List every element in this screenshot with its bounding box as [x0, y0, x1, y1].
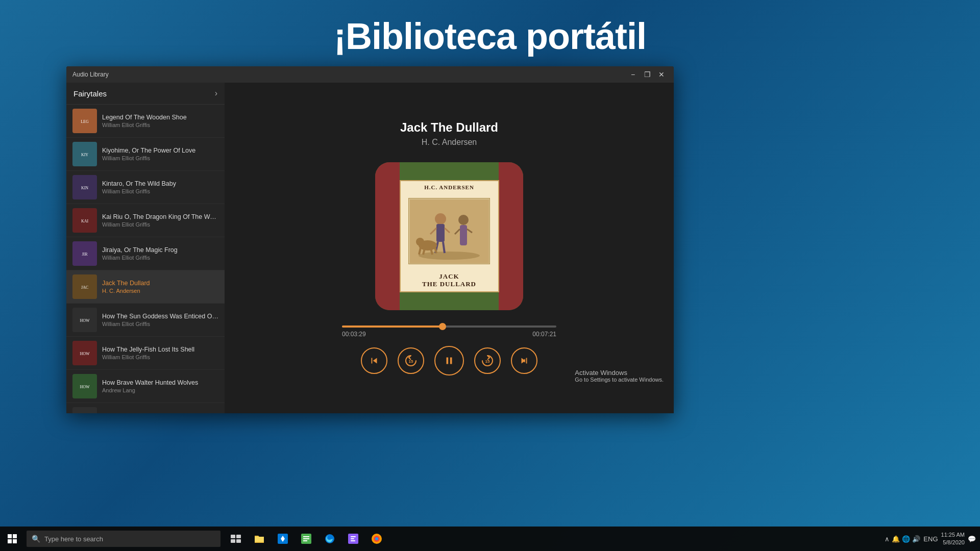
rewind-button[interactable]: 15: [398, 347, 424, 374]
svg-rect-39: [236, 535, 241, 538]
list-item-title: How The Jelly-Fish Lost Its Shell: [102, 346, 218, 353]
taskbar-apps: [225, 528, 388, 550]
close-button[interactable]: ✕: [655, 70, 668, 79]
list-item-info: Legend Of The Wooden ShoeWilliam Elliot …: [102, 114, 218, 128]
album-thumbnail: LEG: [72, 109, 97, 133]
volume-icon[interactable]: 🔊: [912, 535, 920, 543]
list-item-title: How Brave Walter Hunted Wolves: [102, 379, 218, 386]
list-item-author: William Elliot Griffis: [102, 122, 218, 128]
list-item[interactable]: HOWHow The Sun Goddess Was Enticed Out O…: [66, 304, 225, 337]
list-item-author: William Elliot Griffis: [102, 188, 218, 194]
search-placeholder: Type here to search: [44, 535, 103, 543]
list-item-author: William Elliot Griffis: [102, 354, 218, 360]
list-item[interactable]: LEGLegend Of The Wooden ShoeWilliam Elli…: [66, 105, 225, 138]
svg-rect-45: [303, 538, 309, 539]
window-controls: − ❐ ✕: [627, 70, 668, 79]
list-item[interactable]: HOWHow The Jelly-Fish Lost Its ShellWill…: [66, 337, 225, 370]
album-illustration: [408, 198, 490, 264]
taskbar-search[interactable]: 🔍 Type here to search: [27, 531, 220, 547]
track-author: H. C. Andersen: [422, 138, 477, 147]
system-tray: ∧ 🔔 🌐 🔊: [885, 535, 920, 543]
svg-rect-51: [351, 540, 355, 541]
app-title: Audio Library: [72, 71, 109, 78]
svg-point-21: [419, 252, 480, 260]
file-manager-icon[interactable]: [248, 528, 271, 550]
next-button[interactable]: [511, 347, 537, 374]
store-icon[interactable]: [272, 528, 294, 550]
list-item[interactable]: HOWHow Brave Walter Hunted WolvesAndrew …: [66, 370, 225, 403]
start-button[interactable]: [0, 527, 24, 551]
list-item-author: William Elliot Griffis: [102, 221, 218, 228]
search-icon: 🔍: [32, 535, 40, 543]
task-app-icon[interactable]: [342, 528, 364, 550]
sidebar-list: LEGLegend Of The Wooden ShoeWilliam Elli…: [66, 105, 225, 413]
album-thumbnail: KIY: [72, 142, 97, 166]
maximize-button[interactable]: ❐: [641, 70, 653, 79]
current-time: 00:03:29: [342, 331, 366, 338]
svg-rect-44: [303, 536, 309, 537]
svg-point-26: [435, 213, 446, 224]
activate-windows-title: Activate Windows: [575, 369, 664, 377]
svg-rect-46: [303, 540, 307, 541]
svg-rect-18: [72, 407, 97, 413]
notification-center-icon[interactable]: 💬: [968, 535, 976, 543]
player-area: Jack The Dullard H. C. Andersen H.C. AND…: [225, 83, 674, 413]
clock[interactable]: 11:25 AM 5/8/2020: [941, 531, 965, 547]
tray-chevron-icon[interactable]: ∧: [885, 535, 890, 543]
pause-button[interactable]: [434, 346, 464, 375]
list-item-author: William Elliot Griffis: [102, 321, 218, 327]
windows-logo-icon: [8, 534, 17, 543]
album-thumbnail: JAC: [72, 274, 97, 299]
album-footer-text: JACK THE DULLARD: [422, 272, 476, 288]
edge-browser-icon[interactable]: [318, 528, 341, 550]
list-item-title: Kiyohime, Or The Power Of Love: [102, 147, 218, 154]
track-title: Jack The Dullard: [400, 120, 498, 135]
previous-button[interactable]: [361, 347, 387, 374]
list-item-info: Kintaro, Or The Wild BabyWilliam Elliot …: [102, 180, 218, 194]
list-item[interactable]: JIRJiraiya, Or The Magic FrogWilliam Ell…: [66, 237, 225, 270]
list-item-title: Jack The Dullard: [102, 280, 218, 287]
task-view-button[interactable]: [225, 528, 247, 550]
svg-text:KIN: KIN: [81, 186, 88, 190]
desktop-title: ¡Biblioteca portátil: [0, 0, 980, 57]
list-item-title: Kai Riu O, The Dragon King Of The World …: [102, 213, 218, 220]
app-window: Audio Library − ❐ ✕ Fairytales › LEGLege…: [66, 66, 674, 413]
list-item[interactable]: KINKintaro, Or The Wild BabyWilliam Elli…: [66, 171, 225, 204]
svg-text:HOW: HOW: [80, 318, 90, 323]
forward-button[interactable]: 15: [474, 347, 501, 374]
minimize-button[interactable]: −: [627, 70, 639, 79]
album-thumbnail: KAI: [72, 208, 97, 233]
clock-date: 5/8/2020: [941, 539, 965, 546]
album-thumbnail: JIR: [72, 241, 97, 266]
list-item[interactable]: KAIKai Riu O, The Dragon King Of The Wor…: [66, 204, 225, 237]
list-item-title: Legend Of The Wooden Shoe: [102, 114, 218, 121]
playback-controls: 15 15: [361, 346, 537, 375]
album-art-inner: H.C. ANDERSEN: [400, 180, 499, 292]
list-item[interactable]: GOLGolden Helmet: [66, 403, 225, 413]
app-body: Fairytales › LEGLegend Of The Wooden Sho…: [66, 83, 674, 413]
notes-icon[interactable]: [295, 528, 317, 550]
taskbar-right: ∧ 🔔 🌐 🔊 ENG 11:25 AM 5/8/2020 💬: [885, 531, 980, 547]
firefox-icon[interactable]: [365, 528, 388, 550]
list-item[interactable]: KIYKiyohime, Or The Power Of LoveWilliam…: [66, 138, 225, 171]
progress-fill: [342, 325, 443, 328]
sidebar-header[interactable]: Fairytales ›: [66, 83, 225, 105]
activate-windows-subtitle: Go to Settings to activate Windows.: [575, 377, 664, 383]
activate-windows-notice: Activate Windows Go to Settings to activ…: [575, 369, 664, 383]
progress-thumb[interactable]: [439, 323, 446, 330]
svg-rect-41: [236, 539, 241, 543]
progress-bar[interactable]: [342, 325, 556, 328]
language-indicator[interactable]: ENG: [923, 535, 938, 543]
list-item-title: How The Sun Goddess Was Enticed Out Of I: [102, 313, 218, 320]
list-item[interactable]: JACJack The DullardH. C. Andersen: [66, 270, 225, 304]
progress-times: 00:03:29 00:07:21: [342, 331, 556, 338]
svg-point-33: [416, 238, 424, 246]
notifications-icon[interactable]: 🔔: [892, 535, 900, 543]
list-item-info: Jiraiya, Or The Magic FrogWilliam Elliot…: [102, 246, 218, 261]
svg-rect-38: [231, 535, 235, 538]
svg-rect-49: [351, 536, 356, 537]
list-item-info: How The Sun Goddess Was Enticed Out Of I…: [102, 313, 218, 327]
album-art: H.C. ANDERSEN: [375, 162, 523, 310]
album-thumbnail: HOW: [72, 374, 97, 398]
network-icon[interactable]: 🌐: [902, 535, 910, 543]
